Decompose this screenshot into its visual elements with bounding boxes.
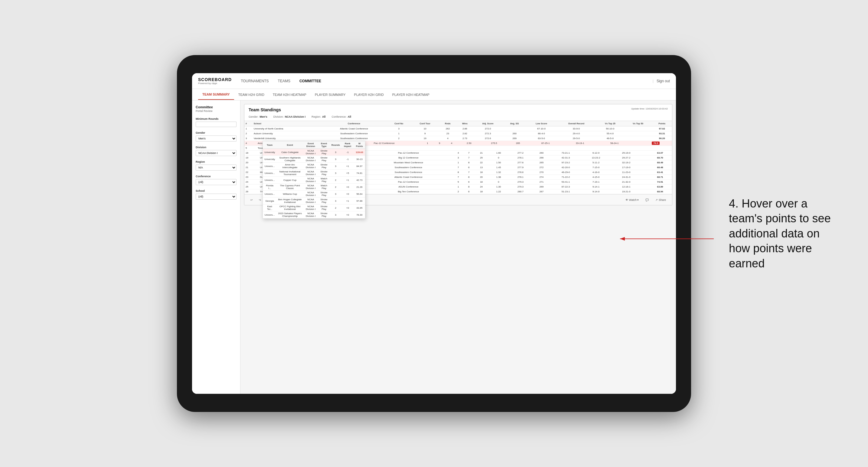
tooltip-cell-event-div: NCAA Division I — [303, 211, 318, 218]
tooltip-cell-team: East Ter... — [263, 205, 276, 211]
sidebar-label-division: Division — [196, 146, 237, 149]
cell-record: 4-15-0 — [581, 175, 611, 180]
cell-rank: 24 — [244, 180, 259, 185]
points-badge[interactable]: 79.5 — [652, 142, 660, 145]
tooltip-cell-rank-impact: +0 — [341, 205, 354, 211]
cell-points[interactable]: 63.89 — [648, 185, 672, 189]
cell-rank: 20 — [244, 160, 259, 165]
sidebar-section-region: Region N/A — [196, 160, 237, 170]
tooltip-cell-team: Univers... — [263, 191, 276, 197]
tooltip-cell-event-div: NCAA Division I — [303, 184, 318, 191]
cell-conf-tour: 7 — [464, 170, 474, 175]
cell-conf-tour: 9 — [411, 131, 439, 136]
cell-points[interactable]: 63.07 — [648, 151, 672, 155]
cell-school[interactable]: Auburn University — [252, 131, 321, 136]
cell-vs25: 32-19-2 — [611, 160, 642, 165]
cell-rnds: 262 — [439, 126, 456, 131]
cell-low: 42-20-0 — [551, 165, 581, 170]
tooltip-cell-rounds: 3 — [330, 197, 341, 205]
cell-conf-tour: 7 — [464, 151, 474, 155]
sub-nav-player-h2h-grid[interactable]: PLAYER H2H GRID — [350, 90, 388, 99]
filter-conference-label: Conference: — [332, 115, 346, 118]
nav-item-teams[interactable]: TEAMS — [278, 74, 290, 88]
sign-out-button[interactable]: Sign out — [657, 79, 670, 83]
cell-conf-tour: 7 — [464, 155, 474, 160]
nav-items: TOURNAMENTS TEAMS COMMITTEE — [241, 74, 653, 88]
cell-points[interactable]: 74.51 — [648, 180, 672, 185]
tooltip-popup: Team Event Event Division Event Type Rou… — [262, 141, 365, 219]
tooltip-cell-rounds: 2 — [330, 205, 341, 211]
sub-nav-team-summary[interactable]: TEAM SUMMARY — [198, 90, 234, 100]
sub-nav-team-h2h-heatmap[interactable]: TEAM H2H HEATMAP — [269, 90, 311, 99]
sidebar-select-conference[interactable]: (All) — [196, 179, 237, 185]
cell-low: 86-4-0 — [527, 131, 557, 136]
cell-points[interactable]: 63.41 — [648, 170, 672, 175]
tooltip-cell-event-type: Stroke Play — [318, 191, 330, 197]
cell-avg-sg: 272 — [532, 165, 551, 170]
cell-low — [528, 146, 563, 151]
cell-points[interactable]: 68.71 — [648, 175, 672, 180]
cell-points[interactable]: 93.31 — [652, 131, 672, 136]
nav-item-tournaments[interactable]: TOURNAMENTS — [241, 74, 269, 88]
cell-rank: 18 — [244, 151, 259, 155]
sidebar-select-division[interactable]: NCAA Division I — [196, 150, 237, 156]
tooltip-cell-event-div: NCAA Division I — [303, 149, 318, 156]
cell-rank: 26 — [244, 189, 259, 194]
cell-points[interactable]: 68.48 — [648, 165, 672, 170]
cell-points[interactable]: 90.20 — [652, 136, 672, 141]
cell-vs50 — [642, 151, 648, 155]
sub-nav-player-h2h-heatmap[interactable]: PLAYER H2H HEATMAP — [388, 90, 434, 99]
cell-conf-tour: 6 — [464, 165, 474, 170]
tablet-frame: SCOREBOARD Powered by clippi TOURNAMENTS… — [177, 55, 691, 412]
cell-vs25: 50-10-0 — [596, 126, 624, 131]
cell-school[interactable]: Vanderbilt University — [252, 136, 321, 141]
cell-conf-tour: 6 — [464, 180, 474, 185]
tooltip-cell-event: National Invitational Tournament — [276, 170, 303, 177]
sidebar-input-min-rounds[interactable] — [196, 122, 237, 127]
tooltip-cell-event-type: Match Play — [318, 184, 330, 191]
cell-adj-score: 272.6 — [473, 136, 503, 141]
report-title: Team Standings — [249, 107, 281, 112]
sidebar-label-min-rounds: Minimum Rounds — [196, 117, 237, 120]
tooltip-cell-team: Florida I... — [263, 184, 276, 191]
nav-bar: SCOREBOARD Powered by clippi TOURNAMENTS… — [192, 73, 676, 89]
sub-nav-player-summary[interactable]: PLAYER SUMMARY — [311, 90, 350, 99]
toolbar-watch[interactable]: 👁 Watch ▾ — [624, 197, 641, 203]
cell-avg-sg: 269 — [503, 136, 527, 141]
cell-conf-no: 1 — [453, 185, 464, 189]
sidebar-label-conference: Conference — [196, 175, 237, 178]
sub-nav-team-h2h-grid[interactable]: TEAM H2H GRID — [234, 90, 269, 99]
tooltip-inner-table: Team Event Event Division Event Type Rou… — [263, 141, 365, 218]
cell-rank: 25 — [244, 185, 259, 189]
tooltip-cell-team: University — [263, 156, 276, 163]
cell-points[interactable]: 68.94 — [648, 189, 672, 194]
sidebar-select-gender[interactable]: Men's — [196, 135, 237, 142]
sidebar-title: Committee — [196, 105, 237, 109]
toolbar-right: 👁 Watch ▾ 💬 ↗ Share — [624, 197, 668, 203]
nav-item-committee[interactable]: COMMITTEE — [300, 74, 321, 88]
sidebar-select-school[interactable]: (All) — [196, 194, 237, 199]
toolbar-undo[interactable]: ↩ — [249, 197, 255, 203]
cell-school[interactable]: University of North Carolina — [252, 126, 321, 131]
cell-adj-score: 279.3 — [509, 180, 533, 185]
filter-gender-label: Gender: — [249, 115, 258, 118]
cell-vs50 — [632, 141, 640, 146]
filter-gender: Gender: Men's — [249, 115, 267, 118]
tooltip-row: Univers... National Invitational Tournam… — [263, 170, 365, 177]
tooltip-cell-event-div: NCAA Division I — [303, 205, 318, 211]
cell-points[interactable]: 68.49 — [648, 160, 672, 165]
cell-wins: 2.73 — [456, 136, 473, 141]
cell-rank: 1 — [244, 126, 252, 131]
cell-points[interactable]: 97.02 — [652, 126, 672, 131]
tooltip-cell-event: Ben Hogan Collegiate Invitational — [276, 197, 303, 205]
tooltip-col-rank-impact: Rank Impact — [341, 141, 354, 149]
cell-points[interactable]: 68.70 — [648, 155, 672, 160]
cell-rank: 3 — [244, 136, 252, 141]
filter-division: Division: NCAA Division I — [273, 115, 306, 118]
toolbar-comment[interactable]: 💬 — [644, 197, 651, 203]
cell-low: 51-23-1 — [551, 189, 581, 194]
sidebar-select-region[interactable]: N/A — [196, 164, 237, 170]
toolbar-share[interactable]: ↗ Share — [654, 197, 668, 203]
toolbar-redo[interactable]: ↪ — [257, 197, 263, 203]
tooltip-cell-team: Univers... — [263, 170, 276, 177]
